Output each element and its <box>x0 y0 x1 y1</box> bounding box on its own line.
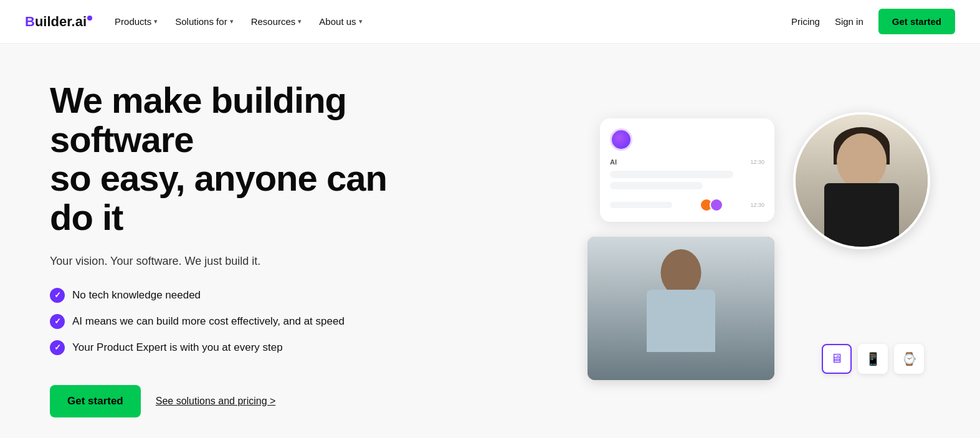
chevron-down-icon: ▾ <box>154 17 158 26</box>
chat-bubble-2 <box>610 182 703 189</box>
hero-cta: Get started See solutions and pricing > <box>50 385 411 417</box>
hero-title: We make building software so easy, anyon… <box>50 81 411 237</box>
feature-item-1: No tech knowledge needed <box>50 288 411 303</box>
person-card <box>588 237 774 380</box>
nav-about[interactable]: About us ▾ <box>319 16 362 27</box>
avatar-2 <box>710 198 723 212</box>
logo-rest: uilder.ai <box>35 14 87 29</box>
chat-time-label: 12:30 <box>750 159 764 165</box>
chat-ui-card: AI 12:30 12:30 <box>600 118 774 222</box>
man-figure <box>588 237 774 380</box>
chat-ai-label: AI <box>610 158 617 166</box>
hero-illustration: AI 12:30 12:30 <box>581 106 930 393</box>
check-icon-3 <box>50 340 65 355</box>
avatar-stack <box>700 198 723 212</box>
desktop-device-button[interactable]: 🖥 <box>822 344 852 374</box>
tablet-icon: 📱 <box>865 351 881 366</box>
nav-resources[interactable]: Resources ▾ <box>251 16 302 27</box>
nav-solutions[interactable]: Solutions for ▾ <box>175 16 233 27</box>
check-icon-2 <box>50 314 65 329</box>
woman-figure <box>796 115 928 247</box>
hero-left: We make building software so easy, anyon… <box>50 81 411 417</box>
device-selector-row: 🖥 📱 ⌚ <box>822 344 924 374</box>
logo-b-letter: B <box>25 14 35 29</box>
hero-subtitle: Your vision. Your software. We just buil… <box>50 255 411 268</box>
watch-icon: ⌚ <box>902 351 917 366</box>
signin-link[interactable]: Sign in <box>835 16 863 27</box>
check-icon-1 <box>50 288 65 303</box>
woman-head <box>837 133 887 189</box>
navbar: Builder.ai Products ▾ Solutions for ▾ Re… <box>0 0 980 44</box>
man-torso <box>647 290 715 352</box>
hero-section: We make building software so easy, anyon… <box>0 44 980 438</box>
get-started-nav-button[interactable]: Get started <box>878 9 955 34</box>
ai-orb <box>610 128 632 151</box>
nav-left: Builder.ai Products ▾ Solutions for ▾ Re… <box>25 14 363 30</box>
nav-products[interactable]: Products ▾ <box>115 16 158 27</box>
feature-list: No tech knowledge needed AI means we can… <box>50 288 411 355</box>
chat-reply-row: 12:30 <box>610 198 764 212</box>
feature-item-2: AI means we can build more cost effectiv… <box>50 314 411 329</box>
woman-torso <box>824 183 899 247</box>
chevron-down-icon: ▾ <box>298 17 302 26</box>
chat-reply-time: 12:30 <box>750 202 764 208</box>
get-started-hero-button[interactable]: Get started <box>50 385 141 417</box>
logo-dot <box>87 16 92 21</box>
chat-bubble-1 <box>610 171 733 178</box>
desktop-icon: 🖥 <box>830 351 843 366</box>
profile-circle <box>793 112 930 249</box>
man-head <box>661 249 702 296</box>
tablet-device-button[interactable]: 📱 <box>858 344 888 374</box>
nav-links: Products ▾ Solutions for ▾ Resources ▾ A… <box>115 16 363 27</box>
chevron-down-icon: ▾ <box>230 17 234 26</box>
chat-reply-bubble <box>610 202 672 208</box>
chevron-down-icon: ▾ <box>359 17 363 26</box>
nav-right: Pricing Sign in Get started <box>791 9 955 34</box>
pricing-link[interactable]: Pricing <box>791 16 820 27</box>
solutions-pricing-link[interactable]: See solutions and pricing > <box>156 396 276 407</box>
feature-item-3: Your Product Expert is with you at every… <box>50 340 411 355</box>
logo[interactable]: Builder.ai <box>25 14 92 30</box>
watch-device-button[interactable]: ⌚ <box>894 344 924 374</box>
